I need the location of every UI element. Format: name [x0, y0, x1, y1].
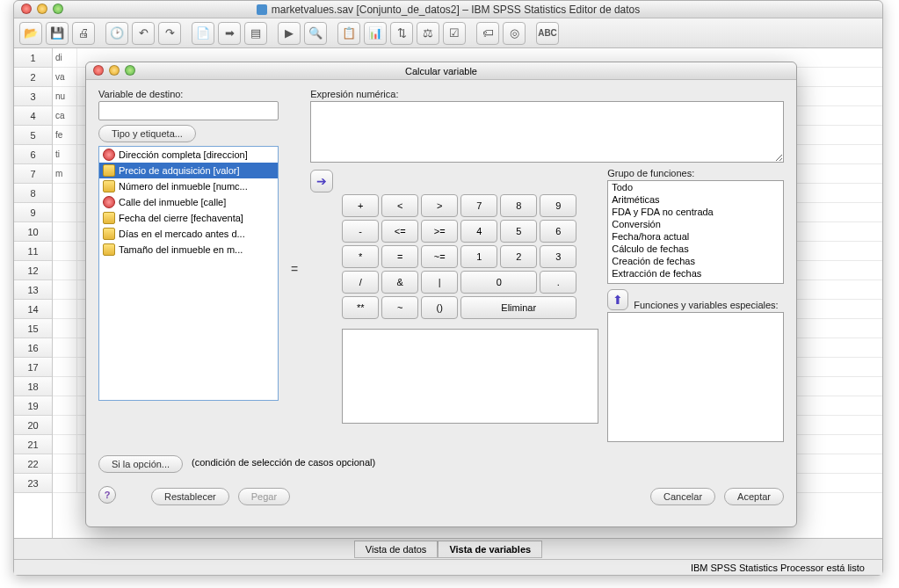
- keypad-button[interactable]: 2: [500, 245, 537, 268]
- open-button[interactable]: 📂: [19, 22, 42, 45]
- row-header[interactable]: 1: [14, 48, 52, 68]
- keypad-button[interactable]: -: [342, 220, 379, 243]
- keypad-button[interactable]: Eliminar: [460, 296, 576, 319]
- function-group-item[interactable]: Cálculo de fechas: [608, 243, 783, 255]
- row-header[interactable]: 18: [14, 377, 52, 396]
- row-header[interactable]: 17: [14, 358, 52, 377]
- select-button[interactable]: ☑: [443, 22, 466, 45]
- row-header[interactable]: 22: [14, 454, 52, 474]
- dialog-close-icon[interactable]: [93, 65, 104, 76]
- row-header[interactable]: 16: [14, 338, 52, 358]
- data-cell[interactable]: [53, 435, 77, 454]
- data-cell[interactable]: nu: [53, 87, 77, 105]
- variable-list-item[interactable]: Calle del inmueble [calle]: [99, 194, 278, 210]
- row-header[interactable]: 8: [14, 184, 52, 203]
- keypad-button[interactable]: +: [342, 194, 379, 217]
- dialog-zoom-icon[interactable]: [125, 65, 135, 76]
- function-group-item[interactable]: FDA y FDA no centrada: [608, 206, 783, 218]
- redo-button[interactable]: ↷: [158, 22, 181, 45]
- data-cell[interactable]: ti: [53, 145, 77, 163]
- ok-button[interactable]: Aceptar: [724, 488, 784, 505]
- data-cell[interactable]: [53, 474, 77, 492]
- function-group-list[interactable]: TodoAritméticasFDA y FDA no centradaConv…: [607, 180, 784, 284]
- zoom-window-icon[interactable]: [53, 4, 63, 14]
- data-cell[interactable]: [53, 261, 77, 279]
- help-button[interactable]: ?: [98, 486, 116, 504]
- data-cell[interactable]: va: [53, 68, 77, 86]
- row-header[interactable]: 7: [14, 164, 52, 184]
- data-cell[interactable]: [53, 319, 77, 338]
- minimize-window-icon[interactable]: [37, 4, 47, 14]
- row-header[interactable]: 13: [14, 280, 52, 300]
- keypad-button[interactable]: &: [381, 271, 418, 294]
- type-label-button[interactable]: Tipo y etiqueta...: [98, 125, 196, 142]
- data-cell[interactable]: [53, 222, 77, 241]
- keypad-button[interactable]: =: [381, 245, 418, 268]
- keypad-button[interactable]: >: [421, 194, 458, 217]
- numeric-expression-input[interactable]: [310, 101, 784, 163]
- row-header[interactable]: 9: [14, 203, 52, 222]
- row-header[interactable]: 6: [14, 145, 52, 164]
- insert-case-button[interactable]: 📋: [337, 22, 360, 45]
- variable-list-item[interactable]: Dirección completa [direccion]: [99, 147, 278, 163]
- row-header[interactable]: 21: [14, 435, 52, 454]
- variable-list-item[interactable]: Fecha del cierre [fechaventa]: [99, 210, 278, 226]
- function-group-item[interactable]: Creación de fechas: [608, 255, 783, 267]
- variables-button[interactable]: ▤: [244, 22, 267, 45]
- keypad-button[interactable]: 0: [460, 271, 537, 294]
- row-header[interactable]: 3: [14, 87, 52, 106]
- data-cell[interactable]: [53, 300, 77, 318]
- data-cell[interactable]: ca: [53, 106, 77, 125]
- row-header[interactable]: 23: [14, 474, 52, 493]
- data-cell[interactable]: [53, 377, 77, 396]
- row-header[interactable]: 20: [14, 416, 52, 435]
- data-cell[interactable]: [53, 454, 77, 473]
- value-labels-button[interactable]: 🏷: [476, 22, 499, 45]
- keypad-button[interactable]: 7: [460, 194, 497, 217]
- variable-list-item[interactable]: Número del inmueble [numc...: [99, 178, 278, 194]
- keypad-button[interactable]: *: [342, 245, 379, 268]
- recall-button[interactable]: 🕑: [105, 22, 128, 45]
- row-header[interactable]: 19: [14, 396, 52, 416]
- keypad-button[interactable]: 6: [540, 220, 576, 243]
- keypad-button[interactable]: 5: [500, 220, 537, 243]
- function-group-item[interactable]: Conversión: [608, 218, 783, 230]
- target-variable-input[interactable]: [98, 101, 279, 120]
- close-window-icon[interactable]: [21, 4, 32, 14]
- data-cell[interactable]: [53, 184, 77, 202]
- row-header[interactable]: 2: [14, 68, 52, 87]
- goto-case-button[interactable]: 📄: [192, 22, 214, 45]
- keypad-button[interactable]: <=: [381, 220, 418, 243]
- variable-list-item[interactable]: Días en el mercado antes d...: [99, 226, 278, 242]
- keypad-button[interactable]: 4: [460, 220, 497, 243]
- print-button[interactable]: 🖨: [72, 22, 95, 45]
- keypad-button[interactable]: 8: [500, 194, 537, 217]
- keypad-button[interactable]: 3: [540, 245, 576, 268]
- function-group-item[interactable]: Todo: [608, 181, 783, 193]
- keypad-button[interactable]: 9: [540, 194, 576, 217]
- variable-list-item[interactable]: Tamaño del inmueble en m...: [99, 242, 278, 258]
- keypad-button[interactable]: (): [421, 296, 458, 319]
- data-cell[interactable]: [53, 396, 77, 415]
- split-button[interactable]: ⇅: [390, 22, 413, 45]
- data-cell[interactable]: m: [53, 164, 77, 183]
- tab-data-view[interactable]: Vista de datos: [354, 541, 439, 558]
- row-header[interactable]: 12: [14, 261, 52, 280]
- dialog-minimize-icon[interactable]: [109, 65, 120, 76]
- keypad-button[interactable]: |: [421, 271, 458, 294]
- undo-button[interactable]: ↶: [132, 22, 155, 45]
- data-cell[interactable]: [53, 242, 77, 260]
- keypad-button[interactable]: **: [342, 296, 379, 319]
- row-header[interactable]: 15: [14, 319, 52, 338]
- data-cell[interactable]: [53, 280, 77, 299]
- special-functions-list[interactable]: [607, 312, 784, 442]
- paste-button[interactable]: Pegar: [238, 488, 290, 505]
- keypad-button[interactable]: /: [342, 271, 379, 294]
- data-cell[interactable]: di: [53, 48, 77, 67]
- keypad-button[interactable]: .: [540, 271, 576, 294]
- keypad-button[interactable]: ~: [381, 296, 418, 319]
- row-header[interactable]: 4: [14, 106, 52, 126]
- move-variable-button[interactable]: ➔: [310, 170, 333, 192]
- insert-var-button[interactable]: 📊: [364, 22, 387, 45]
- goto-var-button[interactable]: ➡: [218, 22, 241, 45]
